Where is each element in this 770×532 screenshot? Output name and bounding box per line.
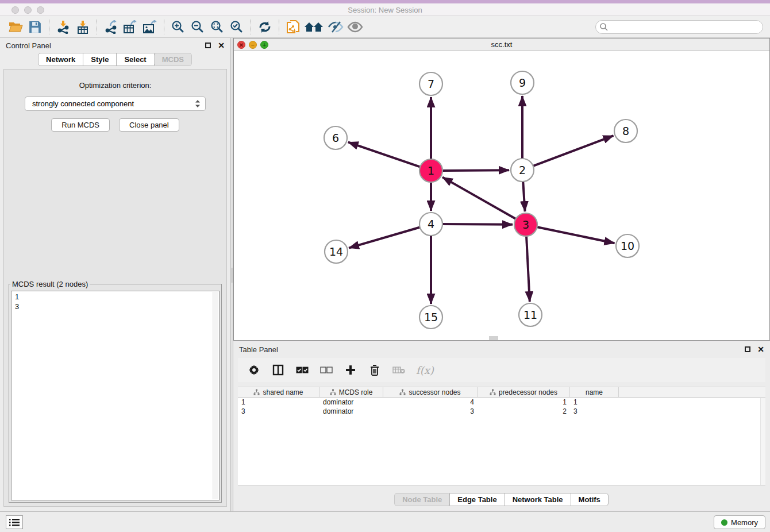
show-columns-icon[interactable] xyxy=(271,363,285,377)
tab-node-table[interactable]: Node Table xyxy=(394,493,450,506)
node-label-11: 11 xyxy=(523,309,537,321)
cell-predecessor-nodes[interactable]: 2 xyxy=(478,407,570,416)
close-panel-button[interactable]: Close panel xyxy=(119,118,179,132)
cell-predecessor-nodes[interactable]: 1 xyxy=(478,398,570,407)
delete-table-icon[interactable] xyxy=(392,363,406,377)
toolbar-separator xyxy=(251,20,251,34)
node-label-3: 3 xyxy=(522,218,529,231)
table-row[interactable]: 1dominator411 xyxy=(238,398,765,407)
search-input[interactable] xyxy=(595,20,763,34)
export-table-icon[interactable] xyxy=(121,18,140,36)
run-mcds-button[interactable]: Run MCDS xyxy=(51,118,110,132)
mcds-result-group: MCDS result (2 nodes) 1 3 xyxy=(9,280,222,503)
cell-successor-nodes[interactable]: 3 xyxy=(383,407,478,416)
column-header-predecessor-nodes[interactable]: predecessor nodes xyxy=(478,387,570,397)
main-toolbar xyxy=(0,16,770,38)
edge-3-11[interactable] xyxy=(526,235,530,302)
mcds-result-text: 1 3 xyxy=(15,292,212,499)
select-all-columns-icon[interactable] xyxy=(295,363,309,377)
cell-shared-name[interactable]: 1 xyxy=(238,398,319,407)
tab-select[interactable]: Select xyxy=(116,53,154,66)
control-panel-title: Control Panel xyxy=(6,41,51,50)
mcds-result-scrollbar[interactable] xyxy=(213,292,218,499)
network-window-titlebar[interactable]: ✕ − + scc.txt xyxy=(234,38,769,51)
show-graphics-details-icon[interactable] xyxy=(345,18,365,36)
export-image-icon[interactable] xyxy=(140,18,160,36)
control-panel-float-icon[interactable] xyxy=(205,43,211,48)
node-label-8: 8 xyxy=(622,125,629,137)
task-list-icon xyxy=(9,518,20,526)
edge-4-3[interactable] xyxy=(441,224,513,225)
cell-successor-nodes[interactable]: 4 xyxy=(383,398,478,407)
table-options-icon[interactable] xyxy=(247,363,261,377)
function-builder-icon[interactable]: f(x) xyxy=(416,363,434,377)
control-panel-close-icon[interactable]: ✕ xyxy=(218,43,225,48)
edge-1-6[interactable] xyxy=(348,142,421,167)
column-header-name[interactable]: name xyxy=(570,387,619,397)
fx-label: f(x) xyxy=(416,364,434,376)
zoom-fit-icon[interactable] xyxy=(207,18,227,36)
tab-network[interactable]: Network xyxy=(38,53,83,66)
criterion-select[interactable]: strongly connected component xyxy=(25,97,206,111)
zoom-out-icon[interactable] xyxy=(188,18,207,36)
table-panel-title: Table Panel xyxy=(239,345,278,354)
tab-motifs[interactable]: Motifs xyxy=(571,493,609,506)
tab-edge-table[interactable]: Edge Table xyxy=(449,493,505,506)
namespace-icon xyxy=(253,389,260,395)
node-label-1: 1 xyxy=(428,164,434,177)
show-all-networks-icon[interactable] xyxy=(303,18,326,36)
open-session-icon[interactable] xyxy=(6,18,25,36)
column-header-successor-nodes[interactable]: successor nodes xyxy=(383,387,478,397)
node-table: shared nameMCDS rolesuccessor nodesprede… xyxy=(238,387,765,485)
cell-name[interactable]: 3 xyxy=(570,407,619,416)
hide-graphics-details-icon[interactable] xyxy=(326,18,345,36)
export-network-icon[interactable] xyxy=(101,18,121,36)
tab-style[interactable]: Style xyxy=(83,53,117,66)
criterion-value: strongly connected component xyxy=(32,99,195,108)
add-column-icon[interactable] xyxy=(344,363,357,377)
column-header-shared-name[interactable]: shared name xyxy=(238,387,319,397)
task-history-button[interactable] xyxy=(6,515,23,529)
node-label-7: 7 xyxy=(428,78,434,90)
edge-2-3[interactable] xyxy=(523,180,525,211)
tab-network-table[interactable]: Network Table xyxy=(505,493,571,506)
table-header-row: shared nameMCDS rolesuccessor nodesprede… xyxy=(238,387,765,398)
unselect-all-columns-icon[interactable] xyxy=(319,363,333,377)
edge-3-1[interactable] xyxy=(442,177,517,219)
node-label-15: 15 xyxy=(424,311,438,323)
zoom-in-icon[interactable] xyxy=(168,18,188,36)
table-scrollbar[interactable] xyxy=(760,398,765,485)
horizontal-splitter-grip[interactable] xyxy=(489,336,498,340)
control-panel-tabs: NetworkStyleSelectMCDS xyxy=(0,53,230,66)
delete-columns-icon[interactable] xyxy=(368,363,382,377)
apply-layout-icon[interactable] xyxy=(255,18,275,36)
node-label-6: 6 xyxy=(332,132,339,144)
import-network-icon[interactable] xyxy=(53,18,73,36)
cell-shared-name[interactable]: 3 xyxy=(238,407,319,416)
duplicate-network-icon[interactable] xyxy=(283,18,303,36)
cell-name[interactable]: 1 xyxy=(570,398,619,407)
table-panel-float-icon[interactable] xyxy=(745,346,750,352)
table-row[interactable]: 3dominator323 xyxy=(238,407,765,416)
edge-1-2[interactable] xyxy=(441,170,509,171)
save-session-icon[interactable] xyxy=(25,18,45,36)
select-stepper-icon xyxy=(195,99,201,108)
edge-2-8[interactable] xyxy=(532,136,614,167)
node-label-10: 10 xyxy=(621,240,634,252)
import-table-icon[interactable] xyxy=(73,18,93,36)
search-icon xyxy=(600,23,608,31)
table-panel-close-icon[interactable]: ✕ xyxy=(757,346,764,352)
mcds-panel: Optimization criterion: strongly connect… xyxy=(3,69,227,507)
toolbar-separator xyxy=(279,20,279,34)
tab-mcds[interactable]: MCDS xyxy=(154,53,192,66)
edge-3-10[interactable] xyxy=(536,227,615,244)
cell-MCDS-role[interactable]: dominator xyxy=(319,398,383,407)
cell-MCDS-role[interactable]: dominator xyxy=(319,407,383,416)
mcds-result-title: MCDS result (2 nodes) xyxy=(10,280,90,288)
network-canvas[interactable]: 7968124314101511 xyxy=(234,51,769,340)
column-header-MCDS-role[interactable]: MCDS role xyxy=(319,387,383,397)
zoom-selected-icon[interactable] xyxy=(227,18,247,36)
edge-4-14[interactable] xyxy=(349,227,421,248)
memory-button[interactable]: Memory xyxy=(714,515,765,529)
memory-status-icon xyxy=(721,519,727,526)
